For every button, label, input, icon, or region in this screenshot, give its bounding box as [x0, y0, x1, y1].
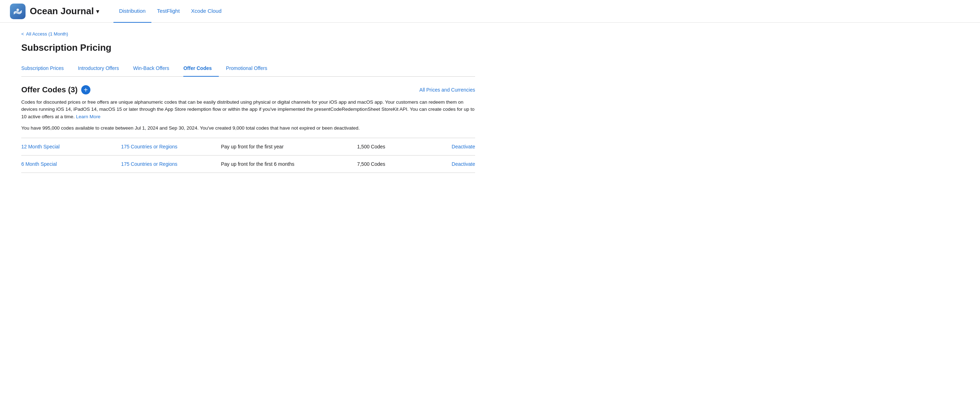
add-offer-button[interactable]: + [81, 85, 91, 94]
offer-description-2: Pay up front for the first 6 months [221, 155, 357, 173]
table-row: 6 Month Special 175 Countries or Regions… [21, 155, 475, 173]
app-name-dropdown[interactable]: Ocean Journal ▾ [30, 6, 99, 17]
table-bottom-row [21, 173, 475, 173]
offer-name-link-1[interactable]: 12 Month Special [21, 144, 60, 149]
offer-name-1[interactable]: 12 Month Special [21, 138, 121, 155]
nav-tab-xcode-cloud[interactable]: Xcode Cloud [185, 0, 227, 23]
offer-description-1: Pay up front for the first year [221, 138, 357, 155]
sub-tab-subscription-prices[interactable]: Subscription Prices [21, 60, 71, 77]
sub-tab-win-back-offers[interactable]: Win-Back Offers [133, 60, 177, 77]
sub-tab-introductory-offers[interactable]: Introductory Offers [78, 60, 126, 77]
offer-regions-2[interactable]: 175 Countries or Regions [121, 155, 221, 173]
breadcrumb-chevron-icon: < [21, 31, 24, 37]
section-title-row: Offer Codes (3) + [21, 85, 91, 94]
nav-tab-testflight[interactable]: TestFlight [151, 0, 185, 23]
sub-tabs: Subscription Prices Introductory Offers … [21, 60, 475, 77]
section-header: Offer Codes (3) + All Prices and Currenc… [21, 85, 475, 94]
app-icon [10, 3, 25, 19]
offer-regions-1[interactable]: 175 Countries or Regions [121, 138, 221, 155]
deactivate-link-1[interactable]: Deactivate [452, 144, 475, 149]
breadcrumb-label: All Access (1 Month) [26, 31, 68, 37]
nav-tab-distribution[interactable]: Distribution [113, 0, 151, 23]
app-icon-svg [13, 6, 23, 16]
breadcrumb[interactable]: < All Access (1 Month) [21, 31, 475, 37]
offer-action-2[interactable]: Deactivate [439, 155, 475, 173]
availability-text: You have 995,000 codes available to crea… [21, 125, 475, 131]
sub-tab-offer-codes[interactable]: Offer Codes [183, 60, 219, 77]
main-content: < All Access (1 Month) Subscription Pric… [0, 23, 496, 187]
offer-codes-count-2: 7,500 Codes [357, 155, 439, 173]
offer-regions-link-1[interactable]: 175 Countries or Regions [121, 144, 178, 149]
offer-codes-count-1: 1,500 Codes [357, 138, 439, 155]
section-description: Codes for discounted prices or free offe… [21, 99, 475, 120]
top-nav-bar: Ocean Journal ▾ Distribution TestFlight … [0, 0, 980, 23]
all-prices-link[interactable]: All Prices and Currencies [420, 87, 475, 93]
app-identity: Ocean Journal ▾ [10, 3, 99, 19]
offer-name-link-2[interactable]: 6 Month Special [21, 161, 57, 167]
offer-action-1[interactable]: Deactivate [439, 138, 475, 155]
app-name: Ocean Journal [30, 6, 94, 17]
app-name-chevron-icon: ▾ [96, 8, 99, 15]
table-row: 12 Month Special 175 Countries or Region… [21, 138, 475, 155]
main-nav-tabs: Distribution TestFlight Xcode Cloud [113, 0, 227, 22]
offer-codes-table: 12 Month Special 175 Countries or Region… [21, 138, 475, 173]
learn-more-link[interactable]: Learn More [76, 114, 100, 119]
offer-name-2[interactable]: 6 Month Special [21, 155, 121, 173]
page-title: Subscription Pricing [21, 42, 475, 53]
svg-point-0 [17, 8, 19, 11]
sub-tab-promotional-offers[interactable]: Promotional Offers [226, 60, 274, 77]
deactivate-link-2[interactable]: Deactivate [452, 161, 475, 167]
offer-regions-link-2[interactable]: 175 Countries or Regions [121, 161, 178, 167]
section-title: Offer Codes (3) [21, 85, 78, 94]
